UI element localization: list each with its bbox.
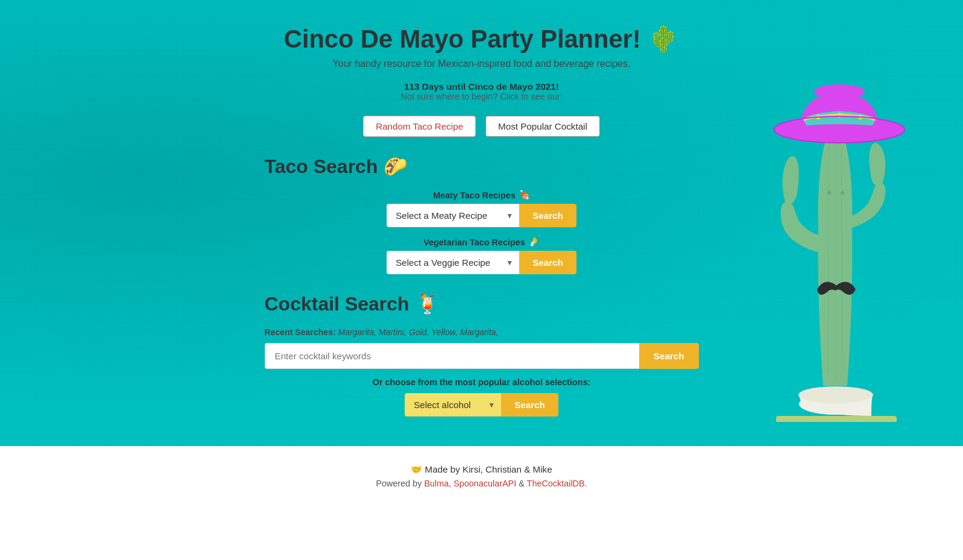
alcohol-select[interactable]: Select alcohol: [405, 393, 501, 417]
popular-cocktail-button[interactable]: Most Popular Cocktail: [485, 116, 600, 137]
taco-section-title: Taco Search 🌮: [265, 155, 699, 178]
cactus-emoji: 🌵: [648, 25, 679, 53]
keyword-search-row: Search: [265, 343, 699, 369]
cocktail-search-section: Cocktail Search 🍹 Recent Searches: Marga…: [265, 292, 699, 417]
svg-rect-2: [776, 416, 897, 422]
cocktail-keyword-search-button[interactable]: Search: [639, 343, 699, 369]
cocktail-emoji: 🍹: [415, 292, 440, 315]
recent-items: Margarita, Martini, Gold, Yellow, Margar…: [338, 327, 499, 337]
recent-searches: Recent Searches: Margarita, Martini, Gol…: [265, 327, 699, 337]
page-title: Cinco De Mayo Party Planner! 🌵: [284, 24, 679, 54]
svg-point-12: [827, 191, 831, 195]
veggie-input-row: Select a Veggie Recipe ▼ Search: [265, 251, 699, 274]
hero-section: Cinco De Mayo Party Planner! 🌵 Your hand…: [0, 0, 963, 446]
meat-emoji: 🍖: [519, 190, 530, 200]
footer-cocktaildb-link[interactable]: TheCocktailDB: [527, 479, 585, 488]
veggie-recipe-row: Vegetarian Taco Recipes 🥬 Select a Veggi…: [265, 237, 699, 274]
meaty-search-button[interactable]: Search: [519, 204, 576, 227]
meaty-select-wrapper: Select a Meaty Recipe ▼: [387, 204, 519, 227]
veggie-recipe-select[interactable]: Select a Veggie Recipe: [387, 251, 519, 274]
veggie-emoji: 🥬: [529, 237, 540, 247]
cactus-decoration: [740, 60, 945, 434]
footer-emoji: 🤝: [411, 464, 422, 474]
svg-point-1: [798, 386, 873, 403]
footer-spoonacular-link[interactable]: SpoonacularAPI: [453, 479, 516, 488]
cta-buttons: Random Taco Recipe Most Popular Cocktail: [363, 116, 600, 137]
veggie-label: Vegetarian Taco Recipes 🥬: [265, 237, 699, 247]
meaty-recipe-row: Meaty Taco Recipes 🍖 Select a Meaty Reci…: [265, 190, 699, 227]
svg-point-13: [841, 191, 844, 195]
random-taco-button[interactable]: Random Taco Recipe: [363, 116, 476, 137]
hero-subtitle: Your handy resource for Mexican-inspired…: [333, 58, 631, 69]
veggie-select-wrapper: Select a Veggie Recipe ▼: [387, 251, 519, 274]
recent-label: Recent Searches:: [265, 327, 336, 337]
not-sure-text: Not sure where to begin? Click to see ou…: [401, 92, 563, 101]
main-content: Taco Search 🌮 Meaty Taco Recipes 🍖 Selec…: [265, 155, 699, 429]
meaty-input-row: Select a Meaty Recipe ▼ Search: [265, 204, 699, 227]
taco-emoji: 🌮: [384, 155, 408, 178]
svg-point-7: [814, 84, 865, 99]
cocktail-section-title: Cocktail Search 🍹: [265, 292, 699, 315]
meaty-recipe-select[interactable]: Select a Meaty Recipe: [387, 204, 519, 227]
countdown-section: 113 Days until Cinco de Mayo 2021! Not s…: [401, 81, 563, 107]
title-text: Cinco De Mayo Party Planner!: [284, 25, 641, 53]
footer-made-by: 🤝 Made by Kirsi, Christian & Mike: [12, 464, 951, 475]
meaty-label: Meaty Taco Recipes 🍖: [265, 190, 699, 200]
countdown-text: 113 Days until Cinco de Mayo 2021!: [401, 81, 563, 92]
taco-search-section: Taco Search 🌮 Meaty Taco Recipes 🍖 Selec…: [265, 155, 699, 274]
footer-powered: Powered by Bulma, SpoonacularAPI & TheCo…: [12, 479, 951, 488]
veggie-search-button[interactable]: Search: [519, 251, 576, 274]
alcohol-select-wrapper: Select alcohol ▼: [405, 393, 501, 417]
footer-bulma-link[interactable]: Bulma: [424, 479, 449, 488]
cocktail-keyword-input[interactable]: [265, 343, 639, 369]
or-choose-text: Or choose from the most popular alcohol …: [265, 377, 699, 387]
alcohol-search-row: Select alcohol ▼ Search: [265, 393, 699, 417]
alcohol-search-button[interactable]: Search: [501, 393, 558, 417]
footer: 🤝 Made by Kirsi, Christian & Mike Powere…: [0, 446, 963, 506]
